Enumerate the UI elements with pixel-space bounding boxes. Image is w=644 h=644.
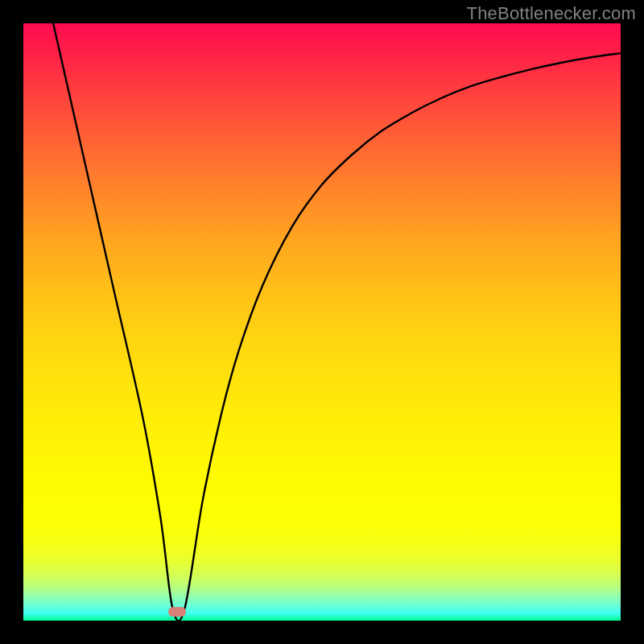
plot-area [23, 23, 621, 621]
watermark-text: TheBottlenecker.com [467, 3, 636, 24]
minimum-marker [168, 607, 186, 617]
chart-frame: TheBottlenecker.com [0, 0, 644, 644]
bottleneck-curve [23, 23, 621, 621]
